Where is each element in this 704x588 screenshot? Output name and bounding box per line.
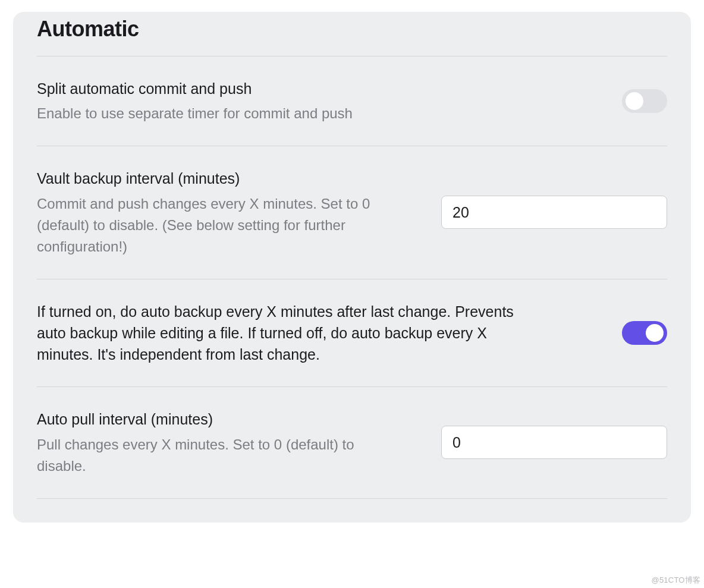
setting-text: If turned on, do auto backup every X min…: [37, 301, 598, 366]
backup-interval-input[interactable]: [441, 196, 667, 229]
toggle-knob: [626, 92, 643, 110]
setting-title: Auto pull interval (minutes): [37, 408, 394, 430]
setting-split-commit-push: Split automatic commit and push Enable t…: [37, 56, 667, 146]
setting-text: Vault backup interval (minutes) Commit a…: [37, 168, 394, 257]
divider: [37, 498, 667, 499]
toggle-backup-after-change[interactable]: [622, 321, 667, 345]
setting-text: Split automatic commit and push Enable t…: [37, 78, 598, 124]
setting-desc: Pull changes every X minutes. Set to 0 (…: [37, 434, 394, 477]
setting-title: Vault backup interval (minutes): [37, 168, 394, 189]
setting-control: [622, 321, 667, 345]
setting-backup-interval: Vault backup interval (minutes) Commit a…: [37, 146, 667, 278]
setting-desc: Enable to use separate timer for commit …: [37, 103, 598, 124]
setting-control: [622, 89, 667, 113]
toggle-knob: [646, 324, 664, 342]
setting-title: Split automatic commit and push: [37, 78, 598, 99]
setting-desc: Commit and push changes every X minutes.…: [37, 193, 394, 257]
setting-auto-pull-interval: Auto pull interval (minutes) Pull change…: [37, 387, 667, 498]
setting-control: [441, 426, 667, 459]
setting-text: Auto pull interval (minutes) Pull change…: [37, 408, 394, 476]
setting-title: If turned on, do auto backup every X min…: [37, 301, 524, 366]
setting-backup-after-change: If turned on, do auto backup every X min…: [37, 279, 667, 387]
auto-pull-interval-input[interactable]: [441, 426, 667, 459]
settings-panel: Automatic Split automatic commit and pus…: [13, 12, 691, 523]
section-heading-automatic: Automatic: [37, 12, 667, 56]
setting-control: [441, 196, 667, 229]
toggle-split-commit-push[interactable]: [622, 89, 667, 113]
